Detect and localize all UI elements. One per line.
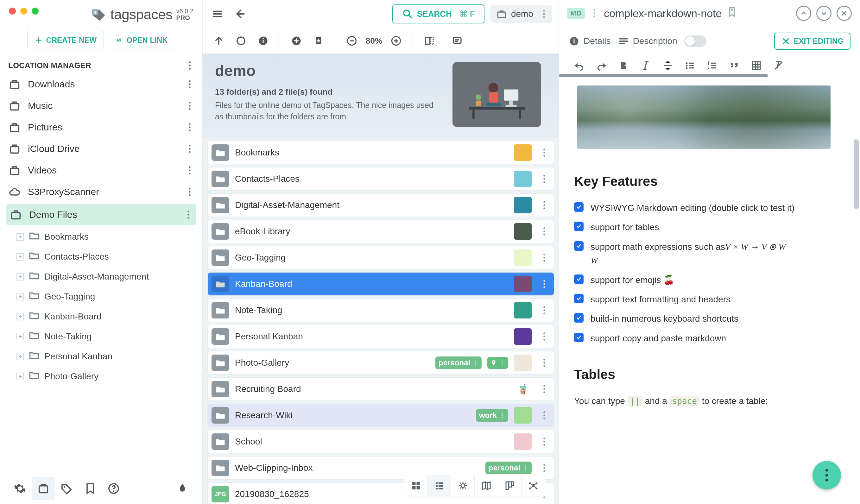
row-menu[interactable] xyxy=(540,384,549,394)
copy-move-icon[interactable] xyxy=(310,33,327,49)
description-tab[interactable]: Description xyxy=(618,35,677,47)
gallery-view-icon[interactable] xyxy=(451,475,475,496)
folder-row[interactable]: Note-Taking xyxy=(207,299,554,322)
bold-icon[interactable] xyxy=(618,60,629,71)
location-item-menu[interactable] xyxy=(185,80,194,89)
row-menu[interactable] xyxy=(540,305,549,315)
theme-icon[interactable] xyxy=(171,477,194,500)
folder-row[interactable]: Kanban-Board xyxy=(207,272,554,296)
italic-icon[interactable] xyxy=(640,60,651,71)
ordered-list-icon[interactable]: 123 xyxy=(706,60,718,71)
tree-item[interactable]: + Kanban-Board xyxy=(14,306,202,327)
row-menu[interactable] xyxy=(540,332,549,341)
zoom-out-icon[interactable] xyxy=(344,33,360,49)
toggle-details-panel-icon[interactable] xyxy=(421,33,438,49)
checkbox-checked-icon[interactable] xyxy=(574,202,584,212)
tree-item[interactable]: + Geo-Tagging xyxy=(14,287,202,306)
row-menu[interactable] xyxy=(540,437,549,446)
location-item-menu[interactable] xyxy=(185,123,194,132)
geo-tag[interactable]: ⋮ xyxy=(487,357,508,369)
folder-row[interactable]: Recruiting Board 🧋 xyxy=(207,377,554,401)
editor-fab[interactable] xyxy=(813,461,841,489)
settings-icon[interactable] xyxy=(8,477,32,500)
add-tag-icon[interactable] xyxy=(288,33,305,49)
list-view-icon[interactable] xyxy=(428,475,451,496)
folder-row[interactable]: School xyxy=(207,430,554,453)
preview-toggle[interactable] xyxy=(684,35,706,47)
map-view-icon[interactable] xyxy=(475,475,498,496)
location-item-menu[interactable] xyxy=(185,187,194,197)
strikethrough-icon[interactable] xyxy=(662,60,674,71)
text-tag[interactable]: personal⋮ xyxy=(435,357,482,369)
location-item[interactable]: iCloud Drive xyxy=(0,138,202,160)
filetype-menu[interactable] xyxy=(590,9,599,18)
location-chip[interactable]: demo xyxy=(490,5,552,23)
expand-icon[interactable]: + xyxy=(16,233,24,241)
folder-row[interactable]: Bookmarks xyxy=(207,141,554,164)
checkbox-checked-icon[interactable] xyxy=(574,241,584,251)
checkbox-checked-icon[interactable] xyxy=(574,274,584,284)
row-menu[interactable] xyxy=(540,463,549,473)
expand-icon[interactable]: + xyxy=(16,353,24,360)
row-menu[interactable] xyxy=(540,148,549,157)
feature-item[interactable]: WYSIWYG Markdown editing (double click t… xyxy=(574,201,845,215)
create-new-button[interactable]: CREATE NEW xyxy=(27,31,104,49)
row-menu[interactable] xyxy=(540,174,549,184)
expand-icon[interactable]: + xyxy=(16,373,24,380)
location-item[interactable]: Downloads xyxy=(0,73,202,95)
folder-row[interactable]: eBook-Library xyxy=(207,220,554,243)
folder-row[interactable]: Photo-Gallery personal⋮⋮ xyxy=(207,351,554,375)
tags-view-icon[interactable] xyxy=(55,477,78,500)
location-item-menu[interactable] xyxy=(185,165,194,175)
checkbox-checked-icon[interactable] xyxy=(574,221,584,231)
tree-item[interactable]: + Personal Kanban xyxy=(14,346,202,366)
editor-content[interactable]: Key Features WYSIWYG Markdown editing (d… xyxy=(559,76,860,504)
feature-item[interactable]: support copy and paste markdown xyxy=(574,331,845,345)
text-tag[interactable]: personal⋮ xyxy=(485,462,532,474)
location-item[interactable]: Videos xyxy=(0,160,202,181)
zoom-in-icon[interactable] xyxy=(388,33,404,49)
location-item-menu[interactable] xyxy=(185,101,194,111)
expand-icon[interactable]: + xyxy=(16,313,24,320)
location-item[interactable]: S3ProxyScanner xyxy=(0,181,202,203)
drawer-menu-icon[interactable] xyxy=(209,6,226,22)
graph-view-icon[interactable] xyxy=(521,475,545,496)
tree-item[interactable]: + Contacts-Places xyxy=(14,247,202,267)
locations-view-icon[interactable] xyxy=(32,477,55,500)
folder-row[interactable]: Digital-Asset-Management xyxy=(207,193,554,217)
row-menu[interactable] xyxy=(540,411,549,420)
redo-icon[interactable] xyxy=(596,60,607,71)
checkbox-checked-icon[interactable] xyxy=(574,313,584,322)
tree-item[interactable]: + Note-Taking xyxy=(14,327,202,346)
tree-item[interactable]: + Bookmarks xyxy=(14,227,202,247)
details-tab[interactable]: Details xyxy=(568,35,611,47)
bullet-list-icon[interactable] xyxy=(684,60,696,71)
folder-row[interactable]: Geo-Tagging xyxy=(207,246,554,270)
location-item[interactable]: Demo Files xyxy=(6,204,196,226)
location-manager-menu[interactable] xyxy=(185,61,194,70)
grid-view-icon[interactable] xyxy=(404,475,428,496)
expand-icon[interactable]: + xyxy=(16,273,24,280)
next-file-icon[interactable] xyxy=(816,6,831,21)
feature-item[interactable]: build-in numerous keyboard shortcuts xyxy=(574,312,845,326)
row-menu[interactable] xyxy=(540,227,549,236)
location-chip-menu[interactable] xyxy=(540,9,548,19)
feature-item[interactable]: support math expressions such asV × W → … xyxy=(574,240,845,268)
prev-file-icon[interactable] xyxy=(796,6,811,21)
folder-row[interactable]: Personal Kanban xyxy=(207,325,554,348)
location-item-menu[interactable] xyxy=(185,144,194,154)
exit-editing-button[interactable]: EXIT EDITING xyxy=(774,33,850,50)
table-icon[interactable] xyxy=(751,60,762,71)
expand-icon[interactable]: + xyxy=(16,293,24,300)
select-all-icon[interactable] xyxy=(233,33,249,49)
location-item[interactable]: Music xyxy=(0,95,202,116)
location-item-menu[interactable] xyxy=(184,210,193,219)
quote-icon[interactable] xyxy=(729,60,740,71)
tree-item[interactable]: + Digital-Asset-Management xyxy=(14,267,202,287)
row-menu[interactable] xyxy=(540,253,549,262)
row-menu[interactable] xyxy=(540,279,549,289)
row-menu[interactable] xyxy=(540,200,549,210)
chat-icon[interactable] xyxy=(449,33,465,49)
feature-item[interactable]: support for tables xyxy=(574,220,845,234)
help-icon[interactable] xyxy=(102,477,125,500)
